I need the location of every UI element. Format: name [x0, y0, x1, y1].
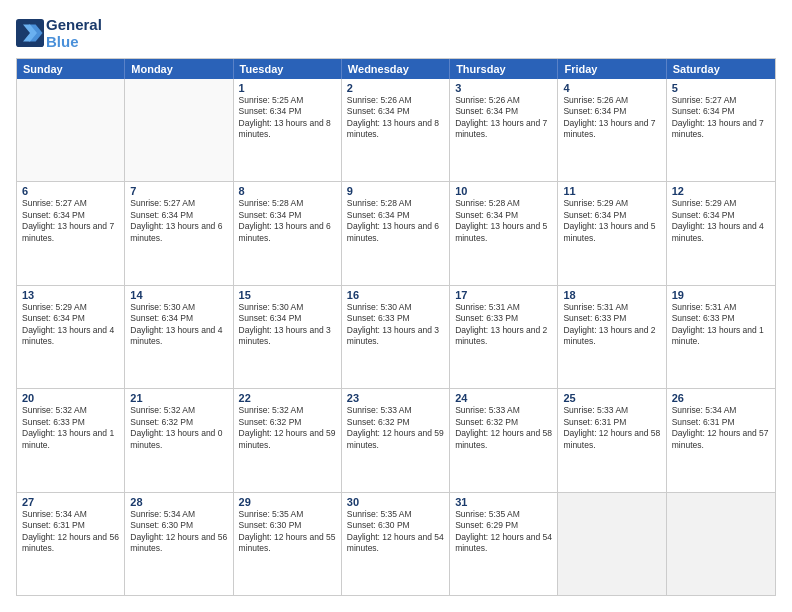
cal-cell: 18Sunrise: 5:31 AM Sunset: 6:33 PM Dayli… — [558, 286, 666, 388]
day-detail: Sunrise: 5:35 AM Sunset: 6:29 PM Dayligh… — [455, 509, 552, 555]
logo: General Blue — [16, 16, 102, 50]
calendar-body: 1Sunrise: 5:25 AM Sunset: 6:34 PM Daylig… — [17, 79, 775, 595]
day-detail: Sunrise: 5:28 AM Sunset: 6:34 PM Dayligh… — [455, 198, 552, 244]
day-detail: Sunrise: 5:32 AM Sunset: 6:32 PM Dayligh… — [130, 405, 227, 451]
header-day-thursday: Thursday — [450, 59, 558, 79]
cal-cell: 24Sunrise: 5:33 AM Sunset: 6:32 PM Dayli… — [450, 389, 558, 491]
day-number: 4 — [563, 82, 660, 94]
day-number: 2 — [347, 82, 444, 94]
logo-text: General Blue — [46, 16, 102, 50]
cal-cell: 13Sunrise: 5:29 AM Sunset: 6:34 PM Dayli… — [17, 286, 125, 388]
cal-cell: 3Sunrise: 5:26 AM Sunset: 6:34 PM Daylig… — [450, 79, 558, 181]
header-day-saturday: Saturday — [667, 59, 775, 79]
cal-cell: 26Sunrise: 5:34 AM Sunset: 6:31 PM Dayli… — [667, 389, 775, 491]
day-number: 31 — [455, 496, 552, 508]
day-detail: Sunrise: 5:35 AM Sunset: 6:30 PM Dayligh… — [347, 509, 444, 555]
day-detail: Sunrise: 5:26 AM Sunset: 6:34 PM Dayligh… — [455, 95, 552, 141]
cal-cell: 15Sunrise: 5:30 AM Sunset: 6:34 PM Dayli… — [234, 286, 342, 388]
header: General Blue — [16, 16, 776, 50]
cal-cell: 23Sunrise: 5:33 AM Sunset: 6:32 PM Dayli… — [342, 389, 450, 491]
day-number: 25 — [563, 392, 660, 404]
cal-cell: 22Sunrise: 5:32 AM Sunset: 6:32 PM Dayli… — [234, 389, 342, 491]
cal-cell: 28Sunrise: 5:34 AM Sunset: 6:30 PM Dayli… — [125, 493, 233, 595]
day-detail: Sunrise: 5:30 AM Sunset: 6:34 PM Dayligh… — [239, 302, 336, 348]
day-detail: Sunrise: 5:25 AM Sunset: 6:34 PM Dayligh… — [239, 95, 336, 141]
day-number: 19 — [672, 289, 770, 301]
day-detail: Sunrise: 5:31 AM Sunset: 6:33 PM Dayligh… — [563, 302, 660, 348]
day-number: 22 — [239, 392, 336, 404]
cal-cell: 30Sunrise: 5:35 AM Sunset: 6:30 PM Dayli… — [342, 493, 450, 595]
day-number: 16 — [347, 289, 444, 301]
day-detail: Sunrise: 5:33 AM Sunset: 6:32 PM Dayligh… — [455, 405, 552, 451]
day-detail: Sunrise: 5:33 AM Sunset: 6:32 PM Dayligh… — [347, 405, 444, 451]
week-row-2: 6Sunrise: 5:27 AM Sunset: 6:34 PM Daylig… — [17, 181, 775, 284]
day-detail: Sunrise: 5:29 AM Sunset: 6:34 PM Dayligh… — [563, 198, 660, 244]
header-day-wednesday: Wednesday — [342, 59, 450, 79]
header-day-friday: Friday — [558, 59, 666, 79]
header-day-monday: Monday — [125, 59, 233, 79]
day-number: 17 — [455, 289, 552, 301]
cal-cell: 7Sunrise: 5:27 AM Sunset: 6:34 PM Daylig… — [125, 182, 233, 284]
day-number: 30 — [347, 496, 444, 508]
day-number: 6 — [22, 185, 119, 197]
week-row-3: 13Sunrise: 5:29 AM Sunset: 6:34 PM Dayli… — [17, 285, 775, 388]
day-detail: Sunrise: 5:34 AM Sunset: 6:30 PM Dayligh… — [130, 509, 227, 555]
cal-cell: 12Sunrise: 5:29 AM Sunset: 6:34 PM Dayli… — [667, 182, 775, 284]
day-detail: Sunrise: 5:27 AM Sunset: 6:34 PM Dayligh… — [672, 95, 770, 141]
cal-cell: 14Sunrise: 5:30 AM Sunset: 6:34 PM Dayli… — [125, 286, 233, 388]
calendar-header: SundayMondayTuesdayWednesdayThursdayFrid… — [17, 59, 775, 79]
cal-cell: 25Sunrise: 5:33 AM Sunset: 6:31 PM Dayli… — [558, 389, 666, 491]
cal-cell — [667, 493, 775, 595]
day-number: 23 — [347, 392, 444, 404]
day-detail: Sunrise: 5:32 AM Sunset: 6:32 PM Dayligh… — [239, 405, 336, 451]
cal-cell: 9Sunrise: 5:28 AM Sunset: 6:34 PM Daylig… — [342, 182, 450, 284]
cal-cell: 11Sunrise: 5:29 AM Sunset: 6:34 PM Dayli… — [558, 182, 666, 284]
day-number: 3 — [455, 82, 552, 94]
day-number: 15 — [239, 289, 336, 301]
cal-cell: 17Sunrise: 5:31 AM Sunset: 6:33 PM Dayli… — [450, 286, 558, 388]
day-detail: Sunrise: 5:26 AM Sunset: 6:34 PM Dayligh… — [563, 95, 660, 141]
header-day-sunday: Sunday — [17, 59, 125, 79]
day-detail: Sunrise: 5:31 AM Sunset: 6:33 PM Dayligh… — [455, 302, 552, 348]
day-detail: Sunrise: 5:29 AM Sunset: 6:34 PM Dayligh… — [672, 198, 770, 244]
day-detail: Sunrise: 5:31 AM Sunset: 6:33 PM Dayligh… — [672, 302, 770, 348]
day-detail: Sunrise: 5:28 AM Sunset: 6:34 PM Dayligh… — [239, 198, 336, 244]
day-number: 9 — [347, 185, 444, 197]
day-number: 26 — [672, 392, 770, 404]
day-detail: Sunrise: 5:35 AM Sunset: 6:30 PM Dayligh… — [239, 509, 336, 555]
day-detail: Sunrise: 5:30 AM Sunset: 6:34 PM Dayligh… — [130, 302, 227, 348]
cal-cell — [125, 79, 233, 181]
day-number: 7 — [130, 185, 227, 197]
day-number: 27 — [22, 496, 119, 508]
cal-cell: 31Sunrise: 5:35 AM Sunset: 6:29 PM Dayli… — [450, 493, 558, 595]
day-number: 21 — [130, 392, 227, 404]
cal-cell: 16Sunrise: 5:30 AM Sunset: 6:33 PM Dayli… — [342, 286, 450, 388]
day-number: 28 — [130, 496, 227, 508]
day-number: 24 — [455, 392, 552, 404]
day-number: 13 — [22, 289, 119, 301]
cal-cell: 8Sunrise: 5:28 AM Sunset: 6:34 PM Daylig… — [234, 182, 342, 284]
cal-cell: 6Sunrise: 5:27 AM Sunset: 6:34 PM Daylig… — [17, 182, 125, 284]
day-detail: Sunrise: 5:26 AM Sunset: 6:34 PM Dayligh… — [347, 95, 444, 141]
week-row-4: 20Sunrise: 5:32 AM Sunset: 6:33 PM Dayli… — [17, 388, 775, 491]
week-row-1: 1Sunrise: 5:25 AM Sunset: 6:34 PM Daylig… — [17, 79, 775, 181]
day-number: 18 — [563, 289, 660, 301]
cal-cell — [558, 493, 666, 595]
cal-cell: 20Sunrise: 5:32 AM Sunset: 6:33 PM Dayli… — [17, 389, 125, 491]
calendar: SundayMondayTuesdayWednesdayThursdayFrid… — [16, 58, 776, 596]
cal-cell: 19Sunrise: 5:31 AM Sunset: 6:33 PM Dayli… — [667, 286, 775, 388]
cal-cell — [17, 79, 125, 181]
header-day-tuesday: Tuesday — [234, 59, 342, 79]
day-detail: Sunrise: 5:28 AM Sunset: 6:34 PM Dayligh… — [347, 198, 444, 244]
page: General Blue SundayMondayTuesdayWednesda… — [0, 0, 792, 612]
cal-cell: 27Sunrise: 5:34 AM Sunset: 6:31 PM Dayli… — [17, 493, 125, 595]
cal-cell: 4Sunrise: 5:26 AM Sunset: 6:34 PM Daylig… — [558, 79, 666, 181]
day-number: 20 — [22, 392, 119, 404]
cal-cell: 5Sunrise: 5:27 AM Sunset: 6:34 PM Daylig… — [667, 79, 775, 181]
cal-cell: 10Sunrise: 5:28 AM Sunset: 6:34 PM Dayli… — [450, 182, 558, 284]
day-number: 12 — [672, 185, 770, 197]
day-detail: Sunrise: 5:33 AM Sunset: 6:31 PM Dayligh… — [563, 405, 660, 451]
day-number: 10 — [455, 185, 552, 197]
day-number: 5 — [672, 82, 770, 94]
day-detail: Sunrise: 5:27 AM Sunset: 6:34 PM Dayligh… — [130, 198, 227, 244]
